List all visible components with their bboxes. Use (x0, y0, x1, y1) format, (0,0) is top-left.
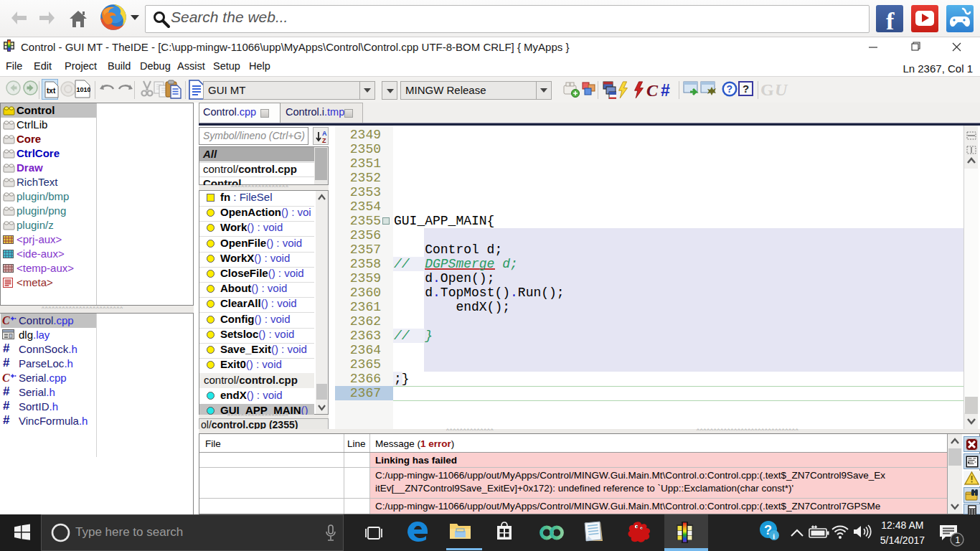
svg-text:C: C (2, 314, 10, 326)
svg-text:i: i (773, 532, 775, 540)
svg-text:Z: Z (322, 137, 326, 144)
svg-text:txt: txt (47, 87, 56, 95)
svg-text:1: 1 (956, 535, 961, 545)
svg-text:1010: 1010 (77, 86, 91, 93)
svg-text:C: C (2, 372, 10, 384)
svg-text:A: A (322, 130, 327, 137)
svg-text:?: ? (727, 83, 733, 95)
